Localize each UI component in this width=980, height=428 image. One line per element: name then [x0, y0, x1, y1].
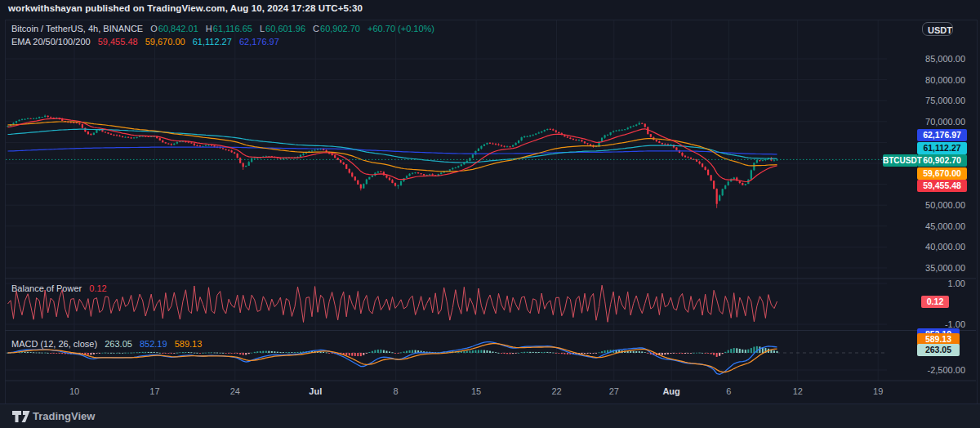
price-axis-label: 85,000.00: [895, 54, 965, 64]
high-value: 61,116.65: [213, 24, 252, 33]
macd-signal-value: 589.13: [175, 339, 203, 349]
ema-20-line: [8, 118, 777, 181]
symbol-title: Bitcoin / TetherUS, 4h, BINANCE: [11, 24, 143, 33]
ema50-value: 59,670.00: [145, 37, 185, 47]
ema-100-line: [8, 129, 777, 163]
time-axis-label-17: 17: [136, 386, 172, 396]
gridlines: [6, 20, 887, 381]
tradingview-wordmark: TradingView: [33, 410, 95, 422]
bop-value: 0.12: [89, 283, 106, 293]
price-axis-label: 50,000.00: [895, 200, 965, 210]
high-label: H: [206, 24, 212, 33]
ema-200-line: [8, 147, 777, 154]
macd-value-badge: 263.05: [917, 344, 960, 356]
macd-axis-label: -2,500.00: [895, 365, 965, 375]
symbol-badge: BTCUSDT: [883, 154, 917, 167]
time-axis-label-19: 19: [860, 386, 896, 396]
macd-hist-value: 263.05: [105, 339, 132, 349]
time-axis-label-8: 8: [378, 386, 414, 396]
time-axis-label-10: 10: [56, 386, 92, 396]
currency-toggle-button[interactable]: USDT: [922, 22, 953, 36]
time-axis-label-12: 12: [780, 386, 816, 396]
bop-axis-label: 1.00: [895, 279, 965, 288]
ema-50-line: [8, 122, 777, 172]
price-badge-6090270: 60,902.70: [917, 154, 967, 167]
price-axis-label: 70,000.00: [895, 117, 965, 127]
time-axis-label-22: 22: [539, 386, 575, 396]
macd-legend[interactable]: MACD (12, 26, close) 263.05 852.19 589.1…: [11, 339, 207, 349]
close-value: 60,902.70: [320, 24, 360, 33]
time-axis-label-Aug: Aug: [653, 386, 689, 396]
bop-value-badge: 0.12: [921, 296, 949, 308]
footer-bar: TradingView: [0, 403, 980, 428]
low-value: 60,601.96: [265, 24, 305, 33]
price-axis-label: 35,000.00: [895, 263, 965, 273]
time-axis-label-6: 6: [710, 386, 746, 396]
ema-legend[interactable]: EMA 20/50/100/200 59,455.48 59,670.00 61…: [11, 37, 284, 47]
change-value: +60.70 (+0.10%): [368, 24, 434, 33]
open-value: 60,842.01: [158, 24, 198, 33]
tradingview-snapshot: workwithshayan published on TradingView.…: [0, 0, 980, 428]
symbol-legend[interactable]: Bitcoin / TetherUS, 4h, BINANCE O60,842.…: [11, 24, 439, 33]
close-label: C: [313, 24, 319, 33]
time-axis-label-24: 24: [217, 386, 253, 396]
low-label: L: [260, 24, 265, 33]
ema-lines: [8, 118, 777, 181]
bop-title: Balance of Power: [11, 283, 82, 293]
time-axis-label-Jul: Jul: [297, 386, 333, 396]
ema100-value: 61,112.27: [193, 37, 232, 47]
price-badge-6111227: 61,112.27: [917, 142, 967, 154]
candlestick-layer: [7, 114, 777, 207]
price-badge-5945548: 59,455.48: [917, 180, 967, 192]
price-badge-6217697: 62,176.97: [917, 129, 967, 141]
price-axis-label: 40,000.00: [895, 242, 965, 252]
price-badge-5967000: 59,670.00: [917, 167, 967, 180]
time-axis-label-15: 15: [458, 386, 494, 396]
chart-plot-area[interactable]: [0, 0, 980, 428]
bop-legend[interactable]: Balance of Power 0.12: [11, 283, 112, 293]
macd-line-value: 852.19: [140, 339, 167, 349]
tradingview-logo-icon: [12, 411, 32, 423]
ema200-value: 62,176.97: [239, 37, 279, 47]
open-label: O: [150, 24, 158, 33]
price-axis-label: 80,000.00: [895, 75, 965, 85]
macd-title: MACD (12, 26, close): [11, 339, 97, 349]
price-axis-label: 75,000.00: [895, 96, 965, 105]
price-axis-label: 45,000.00: [895, 221, 965, 231]
time-axis-label-27: 27: [596, 386, 632, 396]
ema-legend-title: EMA 20/50/100/200: [11, 37, 91, 47]
bop-layer: [8, 285, 777, 322]
ema20-value: 59,455.48: [98, 37, 138, 47]
